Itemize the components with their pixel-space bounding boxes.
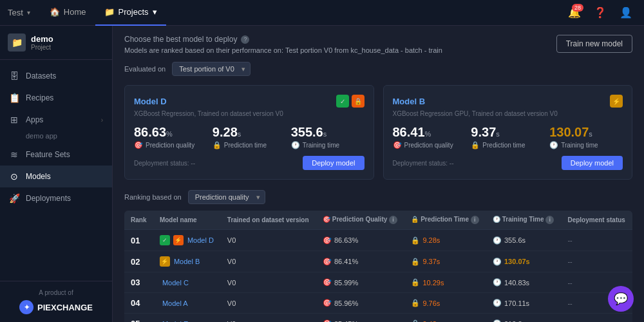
- layout: 📁 demo Project 🗄 Datasets 📋 Recipes ⊞ Ap…: [0, 26, 644, 322]
- chat-button[interactable]: 💬: [608, 286, 634, 312]
- cell-model-badges-name: ✓⚡ Model D: [153, 230, 221, 251]
- piex-icon: ✦: [19, 300, 33, 314]
- table-row: 03 Model C V0 🎯85.99% 🔒10.29s 🕐140.83s -…: [124, 272, 632, 293]
- model-d-status: Deployment status: --: [134, 160, 195, 167]
- datasets-icon: 🗄: [9, 71, 19, 81]
- help-button[interactable]: ❓: [590, 3, 611, 23]
- model-b-badges: ⚡: [610, 95, 623, 108]
- cell-model-badges-name: ⚡ Model B: [153, 251, 221, 272]
- ranking-select[interactable]: Prediction quality: [188, 190, 265, 204]
- model-d-name[interactable]: Model D: [134, 97, 167, 106]
- cell-pt: 🔒9.37s: [404, 251, 486, 272]
- model-d-deploy-button[interactable]: Deploy model: [303, 156, 364, 170]
- title-info-icon[interactable]: ?: [241, 35, 249, 44]
- cell-rank: 03: [124, 272, 153, 293]
- model-b-status: Deployment status: --: [393, 160, 454, 167]
- model-name-link[interactable]: Model A: [162, 299, 188, 307]
- cell-version: V0: [221, 230, 316, 251]
- sidebar: 📁 demo Project 🗄 Datasets 📋 Recipes ⊞ Ap…: [0, 26, 113, 322]
- cell-pt: 🔒9.28s: [404, 230, 486, 251]
- sidebar-item-models[interactable]: ⊙ Models: [0, 166, 112, 187]
- model-card-b: Model B ⚡ XGBoost Regression GPU, Traine…: [383, 85, 633, 180]
- project-type: Project: [31, 44, 53, 51]
- row-badge: ⚡: [173, 235, 184, 245]
- cell-rank: 05: [124, 314, 153, 323]
- ranking-label: Ranking based on: [124, 193, 182, 201]
- cell-pt: 🔒10.29s: [404, 272, 486, 293]
- nav-home[interactable]: 🏠 Home: [41, 0, 95, 26]
- notification-badge: 28: [572, 4, 583, 12]
- model-name-link[interactable]: Model D: [187, 236, 214, 244]
- cell-pq: 🎯85.96%: [316, 293, 404, 314]
- row-badge: ✓: [160, 235, 170, 245]
- cell-pq: 🎯85.45%: [316, 314, 404, 323]
- cell-pq: 🎯85.99%: [316, 272, 404, 293]
- col-pt: 🔒 Prediction Time i: [404, 211, 486, 230]
- tt-info-icon[interactable]: i: [545, 216, 554, 224]
- ranking-row: Ranking based on Prediction quality: [124, 190, 632, 204]
- cell-rank: 01: [124, 230, 153, 251]
- sidebar-footer: A product of ✦ PIEXCHANGE: [0, 281, 112, 322]
- model-card-d: Model D ✓ 🔒 XGBoost Regression, Trained …: [124, 85, 374, 180]
- recipes-icon: 📋: [9, 93, 19, 103]
- model-d-tt: 355.6s 🕐 Training time: [291, 125, 365, 149]
- piex-name: PIEXCHANGE: [37, 303, 93, 312]
- pq-info-icon[interactable]: i: [389, 216, 397, 224]
- eval-label: Evaluated on: [124, 65, 166, 73]
- pt-info-icon[interactable]: i: [471, 216, 479, 224]
- cell-tt: 🕐130.07s: [486, 251, 561, 272]
- projects-icon: 📁: [104, 7, 115, 17]
- model-d-pt: 9.28s 🔒 Prediction time: [213, 125, 286, 149]
- sidebar-project: 📁 demo Project: [0, 26, 112, 60]
- eval-select[interactable]: Test portion of V0: [172, 62, 251, 76]
- apps-arrow: ›: [101, 117, 103, 124]
- top-nav: Test ▾ 🏠 Home 📁 Projects ▾ 🔔 28 ❓ 👤: [0, 0, 644, 26]
- main-subtitle: Models are ranked based on their perform…: [124, 46, 442, 54]
- apps-sub-label: demo app: [0, 131, 112, 144]
- model-d-pq: 86.63% 🎯 Prediction quality: [134, 125, 207, 149]
- user-button[interactable]: 👤: [616, 3, 636, 23]
- model-b-deploy-button[interactable]: Deploy model: [562, 156, 623, 170]
- model-d-badges: ✓ 🔒: [336, 95, 365, 108]
- user-icon: 👤: [620, 6, 632, 19]
- brand-label: Test: [8, 8, 23, 17]
- deployments-icon: 🚀: [9, 193, 19, 204]
- cell-pt: 🔒9.76s: [404, 293, 486, 314]
- model-b-name[interactable]: Model B: [393, 97, 426, 106]
- model-d-metrics: 86.63% 🎯 Prediction quality 9.28s 🔒 Pred…: [134, 125, 365, 149]
- nav-projects[interactable]: 📁 Projects ▾: [95, 0, 166, 26]
- cell-pt: 🔒9.43s: [404, 314, 486, 323]
- project-name: demo: [31, 34, 53, 44]
- model-d-desc: XGBoost Regression, Trained on dataset v…: [134, 110, 365, 117]
- sidebar-item-apps[interactable]: ⊞ Apps ›: [0, 109, 112, 131]
- col-model-name: Model name: [153, 211, 221, 230]
- sidebar-item-recipes[interactable]: 📋 Recipes: [0, 87, 112, 109]
- train-new-model-button[interactable]: Train new model: [556, 35, 632, 53]
- ranking-select-wrapper: Prediction quality: [188, 190, 265, 204]
- model-name-link[interactable]: Model C: [162, 279, 189, 287]
- table-row: 04 Model A V0 🎯85.96% 🔒9.76s 🕐170.11s --: [124, 293, 632, 314]
- sidebar-item-deployments[interactable]: 🚀 Deployments: [0, 187, 112, 209]
- sidebar-item-feature-sets[interactable]: ≋ Feature Sets: [0, 144, 112, 166]
- cell-model-badges-name: Model C: [153, 272, 221, 293]
- notifications-button[interactable]: 🔔 28: [564, 3, 585, 23]
- models-icon: ⊙: [9, 171, 19, 182]
- model-b-desc: XGBoost Regression GPU, Trained on datas…: [393, 110, 623, 117]
- cell-pq: 🎯86.41%: [316, 251, 404, 272]
- main-header: Choose the best model to deploy ? Models…: [124, 35, 632, 54]
- cell-version: V0: [221, 251, 316, 272]
- cell-status: --: [561, 230, 632, 251]
- model-d-badge-check: ✓: [336, 95, 349, 108]
- model-name-link[interactable]: Model E: [162, 320, 188, 323]
- chat-icon: 💬: [614, 292, 628, 306]
- cell-model-badges-name: Model A: [153, 293, 221, 314]
- brand-chevron: ▾: [27, 9, 30, 16]
- footer-text: A product of: [8, 289, 104, 296]
- models-table: Rank Model name Trained on dataset versi…: [124, 211, 632, 322]
- model-b-pt: 9.37s 🔒 Prediction time: [471, 125, 544, 149]
- brand-menu[interactable]: Test ▾: [8, 8, 30, 17]
- model-name-link[interactable]: Model B: [174, 258, 200, 265]
- cell-version: V0: [221, 293, 316, 314]
- col-pq: 🎯 Prediction Quality i: [316, 211, 404, 230]
- sidebar-item-datasets[interactable]: 🗄 Datasets: [0, 65, 112, 87]
